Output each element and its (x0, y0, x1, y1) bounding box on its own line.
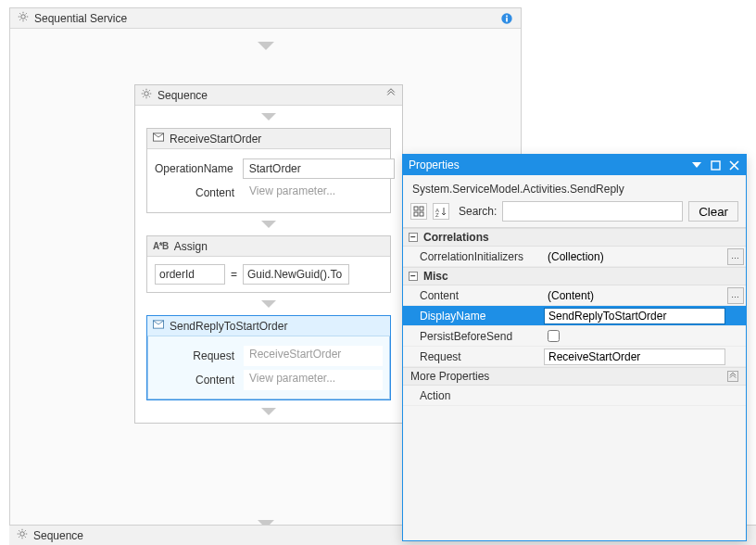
svg-point-4 (145, 92, 149, 96)
activity-title: SendReplyToStartOrder (170, 320, 287, 333)
content-link[interactable]: View parameter... (244, 183, 383, 203)
properties-window[interactable]: Properties System.ServiceModel.Activitie… (402, 154, 747, 541)
category-more-properties[interactable]: More Properties (403, 367, 746, 386)
prop-content[interactable]: Content … (403, 285, 746, 306)
category-misc[interactable]: − Misc (403, 267, 746, 285)
category-correlations[interactable]: − Correlations (403, 228, 746, 247)
operationname-label: OperationName (155, 162, 237, 175)
operationname-input[interactable] (243, 158, 395, 179)
prop-request[interactable]: Request (403, 347, 746, 367)
content-label: Content (155, 374, 238, 387)
info-icon[interactable] (500, 12, 513, 25)
content-value[interactable] (544, 287, 725, 304)
maximize-icon[interactable] (709, 158, 722, 171)
close-icon[interactable] (727, 158, 740, 171)
sequence-header[interactable]: Sequence (135, 85, 402, 106)
sendreply-activity[interactable]: SendReplyToStartOrder Request ReceiveSta… (146, 315, 391, 400)
svg-rect-10 (420, 207, 423, 210)
content-link[interactable]: View parameter... (244, 370, 383, 390)
request-value[interactable] (544, 349, 725, 365)
ellipsis-button[interactable]: … (727, 248, 744, 265)
property-grid: − Correlations CorrelationInitializers …… (403, 228, 746, 406)
message-in-icon (153, 132, 164, 146)
gear-icon (141, 88, 152, 102)
receive-activity[interactable]: ReceiveStartOrder OperationName Content … (146, 128, 391, 213)
assign-value-input[interactable] (243, 264, 349, 285)
collapse-icon[interactable] (385, 88, 397, 102)
search-label: Search: (459, 205, 497, 218)
svg-point-7 (20, 532, 25, 537)
window-menu-icon[interactable] (690, 158, 703, 171)
sequence-activity[interactable]: Sequence ReceiveStartOrder (134, 84, 403, 424)
collapsed-sequence-title: Sequence (33, 529, 83, 542)
message-out-icon (153, 319, 164, 333)
svg-text:Z: Z (435, 212, 439, 217)
equals-label: = (229, 268, 239, 281)
svg-rect-11 (414, 212, 418, 216)
prop-action[interactable]: Action (403, 386, 746, 406)
prop-displayname[interactable]: DisplayName (403, 306, 746, 326)
service-title: Sequential Service (34, 12, 127, 25)
svg-rect-12 (420, 212, 423, 216)
chevron-up-icon[interactable] (727, 371, 738, 382)
service-header: Sequential Service (10, 8, 521, 29)
collapse-box-icon[interactable]: − (409, 233, 418, 242)
properties-toolbar: AZ Search: Clear (403, 201, 746, 228)
displayname-value[interactable] (544, 308, 725, 324)
gear-icon (17, 528, 28, 542)
categorized-button[interactable] (410, 203, 427, 220)
prop-correlationinitializers[interactable]: CorrelationInitializers … (403, 247, 746, 267)
collapse-box-icon[interactable]: − (409, 272, 418, 281)
content-label: Content (155, 186, 238, 199)
drop-arrow[interactable] (135, 106, 402, 128)
assign-icon: A*B (153, 241, 169, 251)
ellipsis-button[interactable]: … (727, 287, 744, 304)
request-label: Request (155, 349, 238, 362)
prop-persistbeforesend[interactable]: PersistBeforeSend (403, 326, 746, 347)
activity-title: Assign (174, 240, 208, 253)
drop-arrow[interactable] (135, 213, 402, 235)
selected-object-type: System.ServiceModel.Activities.SendReply (403, 175, 746, 201)
action-value[interactable] (544, 387, 725, 404)
svg-rect-2 (506, 18, 508, 21)
clear-button[interactable]: Clear (688, 201, 738, 222)
properties-titlebar[interactable]: Properties (403, 155, 746, 175)
properties-title: Properties (409, 158, 460, 171)
assign-to-input[interactable] (155, 264, 225, 285)
svg-point-0 (21, 15, 26, 19)
correlationinitializers-value[interactable] (544, 248, 725, 265)
persistbeforesend-checkbox[interactable] (548, 330, 560, 342)
assign-activity[interactable]: A*B Assign = (146, 235, 391, 293)
svg-rect-9 (414, 207, 418, 210)
svg-rect-3 (506, 15, 508, 17)
drop-arrow-top[interactable] (10, 29, 521, 63)
request-value: ReceiveStartOrder (244, 346, 383, 366)
gear-icon (18, 11, 29, 25)
sequence-title: Sequence (158, 89, 208, 102)
drop-arrow[interactable] (135, 293, 402, 315)
search-input[interactable] (502, 201, 683, 222)
svg-rect-8 (712, 161, 720, 170)
drop-arrow[interactable] (135, 400, 402, 423)
activity-title: ReceiveStartOrder (170, 133, 261, 146)
alphabetical-button[interactable]: AZ (433, 203, 449, 220)
